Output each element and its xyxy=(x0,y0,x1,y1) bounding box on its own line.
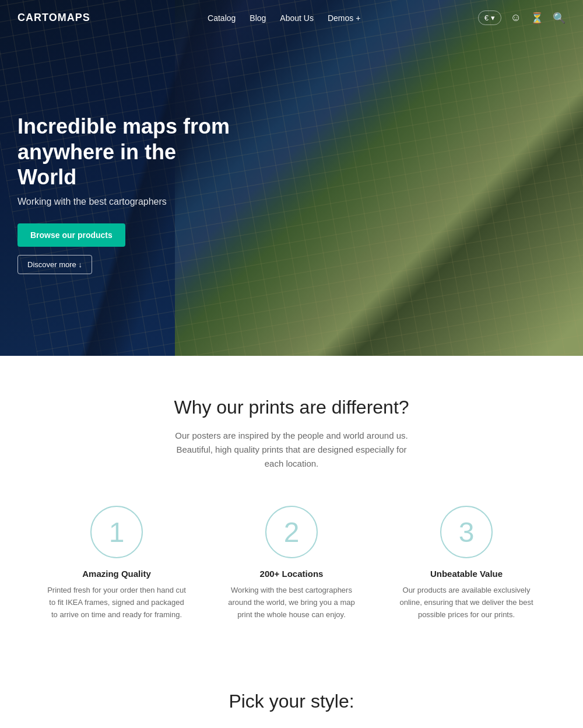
feature-title-3: Unbeatable Value xyxy=(396,569,536,579)
feature-num-3: 3 xyxy=(440,506,493,558)
feature-num-2: 2 xyxy=(265,506,318,558)
hero-title: Incredible maps from anywhere in the Wor… xyxy=(17,114,239,190)
style-title: Pick your style: xyxy=(0,691,583,712)
why-section: Why our prints are different? Our poster… xyxy=(0,356,583,656)
currency-selector[interactable]: € ▾ xyxy=(478,10,501,25)
search-icon[interactable]: 🔍 xyxy=(553,12,566,24)
nav-links: Catalog Blog About Us Demos + xyxy=(208,13,360,23)
account-icon[interactable]: ☺ xyxy=(511,12,521,24)
nav-demos[interactable]: Demos + xyxy=(328,13,360,23)
nav-about[interactable]: About Us xyxy=(280,13,314,23)
navbar: CARTOMAPS Catalog Blog About Us Demos + … xyxy=(0,0,583,36)
nav-right: € ▾ ☺ ⏳ 🔍 xyxy=(478,10,566,25)
feature-desc-2: Working with the best cartographers arou… xyxy=(222,584,361,621)
hero-section: Incredible maps from anywhere in the Wor… xyxy=(0,0,583,356)
browse-products-button[interactable]: Browse our products xyxy=(17,223,125,247)
feature-desc-1: Printed fresh for your order then hand c… xyxy=(47,584,187,621)
feature-value: 3 Unbeatable Value Our products are avai… xyxy=(396,506,536,621)
cart-icon[interactable]: ⏳ xyxy=(531,12,543,24)
feature-locations: 2 200+ Locations Working with the best c… xyxy=(222,506,361,621)
feature-desc-3: Our products are available exclusively o… xyxy=(396,584,536,621)
site-logo[interactable]: CARTOMAPS xyxy=(17,12,90,24)
nav-catalog[interactable]: Catalog xyxy=(208,13,236,23)
feature-num-1: 1 xyxy=(90,506,143,558)
nav-blog[interactable]: Blog xyxy=(250,13,266,23)
features-list: 1 Amazing Quality Printed fresh for your… xyxy=(17,506,566,621)
hero-subtitle: Working with the best cartographers xyxy=(17,197,239,207)
feature-title-2: 200+ Locations xyxy=(222,569,361,579)
hero-content: Incredible maps from anywhere in the Wor… xyxy=(17,114,239,274)
why-subtitle: Our posters are inspired by the people a… xyxy=(169,429,414,471)
discover-more-button[interactable]: Discover more ↓ xyxy=(17,255,92,274)
feature-quality: 1 Amazing Quality Printed fresh for your… xyxy=(47,506,187,621)
feature-title-1: Amazing Quality xyxy=(47,569,187,579)
style-section: Pick your style: Street Maps Terrain Map… xyxy=(0,656,583,728)
why-title: Why our prints are different? xyxy=(17,397,566,418)
